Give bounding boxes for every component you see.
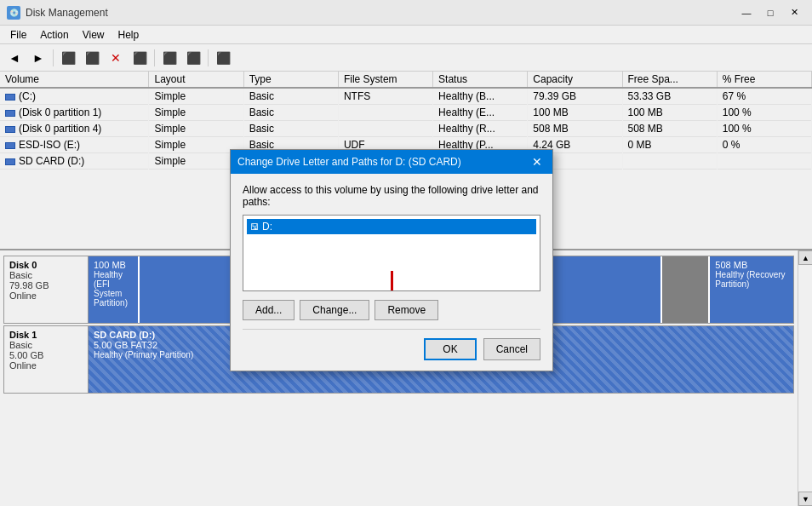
dialog-title: Change Drive Letter and Paths for D: (SD… <box>237 156 461 168</box>
change-drive-letter-dialog: Change Drive Letter and Paths for D: (SD… <box>230 149 553 371</box>
dialog-action-buttons: Add... Change... Remove <box>243 300 540 320</box>
change-button[interactable]: Change... <box>300 300 369 320</box>
add-button[interactable]: Add... <box>243 300 294 320</box>
cancel-button[interactable]: Cancel <box>483 338 540 360</box>
red-arrow <box>385 271 398 291</box>
dialog-close-button[interactable]: ✕ <box>529 153 546 170</box>
dialog-list-item[interactable]: 🖫 D: <box>247 219 536 234</box>
dialog-overlay: Change Drive Letter and Paths for D: (SD… <box>0 0 812 506</box>
dialog-drive-letter: D: <box>262 221 272 233</box>
dialog-ok-row: OK Cancel <box>243 329 540 360</box>
dialog-description: Allow access to this volume by using the… <box>243 184 540 208</box>
dialog-list-box[interactable]: 🖫 D: <box>243 215 540 291</box>
ok-button[interactable]: OK <box>424 338 476 360</box>
drive-icon: 🖫 <box>250 222 259 232</box>
dialog-title-bar: Change Drive Letter and Paths for D: (SD… <box>231 150 552 174</box>
remove-button[interactable]: Remove <box>375 300 438 320</box>
dialog-body: Allow access to this volume by using the… <box>231 174 552 371</box>
arrow-line <box>391 271 393 291</box>
